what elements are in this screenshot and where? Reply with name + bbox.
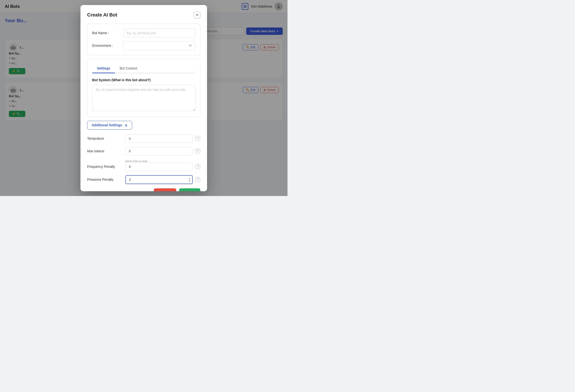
spinner-arrows[interactable]: ▲ ▼ [188, 177, 191, 182]
chevron-up-icon: ∧ [125, 123, 127, 127]
additional-settings-toggle[interactable]: Additional Settings ∧ [87, 121, 132, 130]
bot-name-row: Bot Name : [92, 29, 195, 38]
presence-penalty-spinner-wrapper: ▲ ▼ [125, 175, 193, 184]
modal-footer: Close Save [87, 188, 200, 191]
bot-name-label: Bot Name : [92, 31, 123, 35]
save-modal-button[interactable]: Save [179, 188, 200, 191]
modal-close-button[interactable]: ✕ [194, 12, 200, 18]
temperature-help-icon[interactable]: ? [195, 136, 200, 141]
max-tokens-label: Max tokens [87, 149, 125, 153]
presence-penalty-help-icon[interactable]: ? [195, 177, 200, 182]
max-tokens-group: Max tokens ? Set to 0 for no limit [87, 147, 200, 162]
max-tokens-help-icon[interactable]: ? [195, 148, 200, 154]
modal-header: Create AI Bot ✕ [87, 12, 200, 18]
chevron-down-small-icon: ▼ [188, 180, 191, 182]
settings-section: Settings Bot Context Bot System (What is… [87, 59, 200, 117]
additional-settings-fields: Temprature ? Max tokens ? Set to 0 for n… [87, 134, 200, 184]
temperature-row: Temprature ? [87, 134, 200, 143]
frequency-penalty-help-icon[interactable]: ? [195, 164, 200, 169]
bot-system-heading: Bot System (What is this bot about?) [92, 78, 195, 82]
environment-row: Environment : [92, 41, 195, 50]
frequency-penalty-input[interactable] [125, 162, 193, 171]
environment-label: Environment : [92, 44, 123, 47]
temperature-label: Temprature [87, 137, 125, 140]
modal-overlay: Create AI Bot ✕ Bot Name : Environment : [0, 0, 288, 196]
close-modal-button[interactable]: Close [154, 188, 176, 191]
close-icon: ✕ [195, 13, 199, 17]
presence-penalty-label: Presence Penalty [87, 178, 125, 182]
presence-penalty-input[interactable] [125, 175, 193, 184]
frequency-penalty-label: Frequency Penalty [87, 165, 125, 168]
frequency-penalty-row: Frequency Penalty ? [87, 162, 200, 171]
bot-identity-section: Bot Name : Environment : [87, 24, 200, 55]
bot-system-textarea[interactable] [92, 85, 195, 111]
tab-bar: Settings Bot Context [92, 64, 195, 73]
max-tokens-hint: Set to 0 for no limit [125, 160, 200, 162]
bot-name-input[interactable] [123, 29, 195, 38]
modal-title: Create AI Bot [87, 12, 117, 18]
max-tokens-input[interactable] [125, 147, 193, 155]
tab-settings[interactable]: Settings [92, 64, 115, 73]
environment-select[interactable] [123, 41, 195, 50]
presence-penalty-row: Presence Penalty ▲ ▼ ? [87, 175, 200, 184]
temperature-input[interactable] [125, 134, 193, 143]
create-ai-bot-modal: Create AI Bot ✕ Bot Name : Environment : [80, 5, 207, 191]
max-tokens-row: Max tokens ? [87, 147, 200, 155]
chevron-up-small-icon: ▲ [188, 177, 191, 180]
tab-bot-context[interactable]: Bot Context [115, 64, 142, 73]
